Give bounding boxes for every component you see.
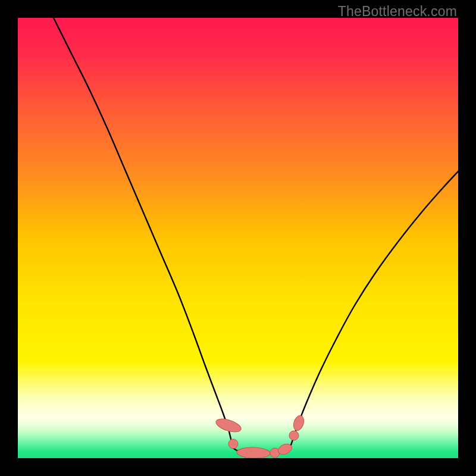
watermark-text: TheBottleneck.com (338, 4, 457, 20)
data-marker (289, 431, 299, 440)
outer-frame: TheBottleneck.com (0, 0, 476, 476)
chart-curves (18, 18, 458, 458)
data-marker (237, 447, 271, 458)
data-marker (292, 414, 305, 432)
bottleneck-curve (54, 18, 458, 453)
data-marker (228, 439, 238, 449)
plot-area (18, 18, 458, 458)
